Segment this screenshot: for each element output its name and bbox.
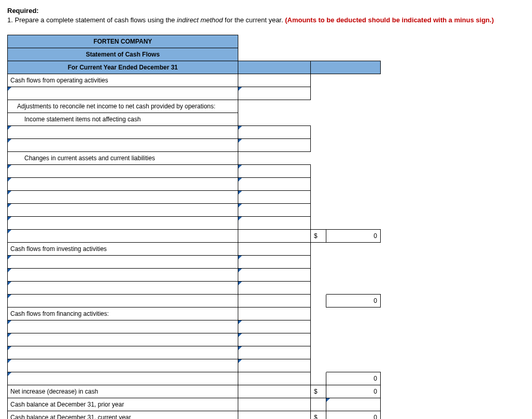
instruction-red: (Amounts to be deducted should be indica…: [285, 16, 494, 24]
change-item-5-dropdown[interactable]: [8, 217, 238, 230]
financing-item-4-dropdown[interactable]: [8, 359, 238, 372]
instruction-number: 1.: [7, 16, 15, 24]
investing-item-1-amount[interactable]: [238, 256, 311, 269]
title-company: FORTEN COMPANY: [8, 35, 238, 48]
change-item-4-amount[interactable]: [238, 204, 311, 217]
change-item-2-dropdown[interactable]: [8, 178, 238, 191]
net-income-line-dropdown[interactable]: [8, 87, 238, 100]
financing-item-2-amount[interactable]: [238, 333, 311, 346]
net-cash-investing-dropdown[interactable]: [8, 295, 238, 308]
prior-balance-label: Cash balance at December 31, prior year: [8, 398, 238, 411]
investing-item-2-dropdown[interactable]: [8, 269, 238, 282]
financing-header: Cash flows from financing activities:: [8, 308, 238, 320]
adjustments-label: Adjustments to reconcile net income to n…: [8, 100, 238, 113]
current-balance-value: 0: [326, 411, 381, 419]
change-item-1-amount[interactable]: [238, 165, 311, 178]
net-income-amount-input[interactable]: [238, 87, 311, 100]
noncash-item-1-amount[interactable]: [238, 126, 311, 139]
current-balance-label: Cash balance at December 31, current yea…: [8, 411, 238, 419]
operating-total-value: 0: [326, 230, 381, 243]
investing-item-3-amount[interactable]: [238, 282, 311, 295]
net-increase-label: Net increase (decrease) in cash: [8, 385, 238, 398]
instructions-block: Required: 1. Prepare a complete statemen…: [7, 6, 525, 24]
investing-item-2-amount[interactable]: [238, 269, 311, 282]
net-cash-financing-dropdown[interactable]: [8, 372, 238, 385]
current-balance-currency: $: [311, 411, 326, 419]
financing-total-value: 0: [326, 372, 381, 385]
changes-label: Changes in current assets and current li…: [8, 152, 238, 165]
instruction-italic: indirect method: [177, 16, 223, 24]
investing-item-1-dropdown[interactable]: [8, 256, 238, 269]
change-item-3-dropdown[interactable]: [8, 191, 238, 204]
financing-item-1-amount[interactable]: [238, 320, 311, 333]
investing-total-value: 0: [326, 295, 381, 308]
change-item-5-amount[interactable]: [238, 217, 311, 230]
prior-balance-input[interactable]: [326, 398, 381, 411]
operating-header: Cash flows from operating activities: [8, 74, 238, 87]
noncash-item-2-dropdown[interactable]: [8, 139, 238, 152]
financing-item-3-amount[interactable]: [238, 346, 311, 359]
operating-total-currency: $: [311, 230, 326, 243]
cash-flow-statement-table: FORTEN COMPANY Statement of Cash Flows F…: [7, 35, 381, 419]
noncash-item-2-amount[interactable]: [238, 139, 311, 152]
change-item-2-amount[interactable]: [238, 178, 311, 191]
title-period: For Current Year Ended December 31: [8, 61, 238, 74]
investing-header: Cash flows from investing activities: [8, 243, 238, 256]
financing-item-2-dropdown[interactable]: [8, 333, 238, 346]
required-label: Required:: [7, 7, 39, 15]
income-items-label: Income statement items not affecting cas…: [8, 113, 238, 126]
change-item-1-dropdown[interactable]: [8, 165, 238, 178]
investing-item-3-dropdown[interactable]: [8, 282, 238, 295]
title-statement: Statement of Cash Flows: [8, 48, 238, 61]
financing-item-1-dropdown[interactable]: [8, 320, 238, 333]
financing-item-3-dropdown[interactable]: [8, 346, 238, 359]
net-cash-operating-dropdown[interactable]: [8, 230, 238, 243]
net-increase-value: 0: [326, 385, 381, 398]
noncash-item-1-dropdown[interactable]: [8, 126, 238, 139]
net-increase-currency: $: [311, 385, 326, 398]
financing-item-4-amount[interactable]: [238, 359, 311, 372]
change-item-3-amount[interactable]: [238, 191, 311, 204]
instruction-text-1: Prepare a complete statement of cash flo…: [15, 16, 177, 24]
change-item-4-dropdown[interactable]: [8, 204, 238, 217]
instruction-text-2: for the current year.: [223, 16, 285, 24]
